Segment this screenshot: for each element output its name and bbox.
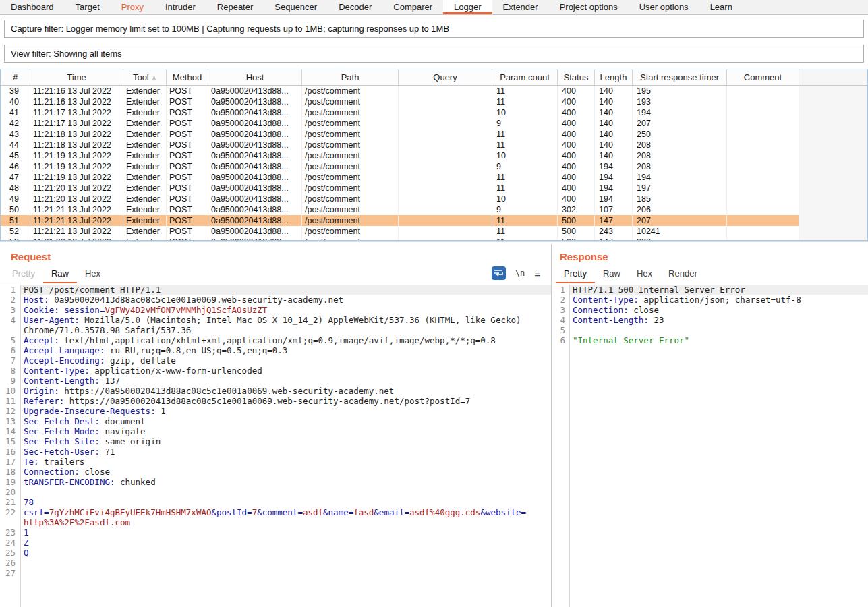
header-cell-time[interactable]: Time [30, 69, 123, 86]
header-cell-param-count[interactable]: Param count [492, 69, 558, 86]
table-row-39[interactable]: 3911:21:16 13 Jul 2022ExtenderPOST0a9500… [1, 86, 867, 96]
response-tab-render[interactable]: Render [660, 266, 705, 283]
editor-line: 18Connection: close [0, 467, 551, 477]
header-cell-tool[interactable]: Tool∧ [123, 69, 167, 86]
header-cell-comment[interactable]: Comment [727, 69, 799, 86]
editor-line: 3Cookie: session=VgFWy4D2vMfON7vMNMhjQ1S… [0, 305, 551, 315]
response-tab-hex[interactable]: Hex [629, 266, 660, 283]
syntax-token: "Internal Server Error" [573, 335, 689, 345]
table-row-49[interactable]: 4911:21:20 13 Jul 2022ExtenderPOST0a9500… [1, 194, 867, 204]
menu-tab-repeater[interactable]: Repeater [206, 0, 264, 14]
line-number: 9 [0, 376, 20, 386]
header-cell-start-response-timer[interactable]: Start response timer [633, 69, 727, 86]
cell: 10 [492, 107, 558, 118]
capture-filter-bar[interactable]: Capture filter: Logger memory limit set … [4, 20, 864, 38]
cell: 400 [558, 86, 595, 96]
menu-tab-target[interactable]: Target [65, 0, 111, 14]
table-row-41[interactable]: 4111:21:17 13 Jul 2022ExtenderPOST0a9500… [1, 107, 867, 118]
header-cell-num[interactable]: # [1, 69, 30, 86]
line-number: 25 [0, 548, 20, 558]
response-tab-pretty[interactable]: Pretty [556, 266, 595, 283]
menu-tab-sequencer[interactable]: Sequencer [264, 0, 328, 14]
table-row-40[interactable]: 4011:21:16 13 Jul 2022ExtenderPOST0a9500… [1, 96, 867, 107]
menu-tab-comparer[interactable]: Comparer [382, 0, 443, 14]
menu-tab-proxy[interactable]: Proxy [111, 0, 154, 14]
menu-tab-decoder[interactable]: Decoder [328, 0, 382, 14]
cell: 11 [492, 86, 558, 96]
menu-tab-intruder[interactable]: Intruder [154, 0, 206, 14]
cell: Extender [123, 215, 167, 226]
request-tab-hex[interactable]: Hex [77, 266, 109, 283]
syntax-token: 1 [24, 527, 29, 538]
cell: 43 [1, 129, 30, 140]
table-row-43[interactable]: 4311:21:18 13 Jul 2022ExtenderPOST0a9500… [1, 129, 867, 140]
table-row-42[interactable]: 4211:21:17 13 Jul 2022ExtenderPOST0a9500… [1, 118, 867, 129]
response-tab-raw[interactable]: Raw [595, 266, 629, 283]
cell: Extender [123, 107, 167, 118]
cell: 10 [492, 194, 558, 204]
table-row-50[interactable]: 5011:21:21 13 Jul 2022ExtenderPOST0a9500… [1, 204, 867, 215]
header-cell-host[interactable]: Host [208, 69, 302, 86]
menu-tab-dashboard[interactable]: Dashboard [0, 0, 65, 14]
request-editor[interactable]: 1POST /post/comment HTTP/1.12Host: 0a950… [0, 285, 551, 607]
line-number: 8 [0, 366, 20, 376]
line-number: 2 [0, 295, 20, 305]
table-row-44[interactable]: 4411:21:18 13 Jul 2022ExtenderPOST0a9500… [1, 140, 867, 150]
table-row-47[interactable]: 4711:21:19 13 Jul 2022ExtenderPOST0a9500… [1, 172, 867, 183]
cell: POST [167, 118, 208, 129]
table-row-45[interactable]: 4511:21:19 13 Jul 2022ExtenderPOST0a9500… [1, 150, 867, 161]
table-row-52[interactable]: 5211:21:21 13 Jul 2022ExtenderPOST0a9500… [1, 226, 867, 237]
cell: POST [167, 107, 208, 118]
menu-tab-project-options[interactable]: Project options [549, 0, 629, 14]
syntax-token: &postId= [211, 507, 252, 517]
table-row-53[interactable]: 5311:21:22 13 Jul 2022ExtenderPOST0a9500… [1, 237, 867, 241]
newline-characters-button[interactable]: \n [515, 268, 525, 278]
request-tab-raw[interactable]: Raw [43, 266, 77, 283]
editor-line: 5 [552, 325, 868, 335]
cell: 302 [558, 204, 595, 215]
table-row-46[interactable]: 4611:21:19 13 Jul 2022ExtenderPOST0a9500… [1, 161, 867, 172]
syntax-token: Upgrade-Insecure-Requests: [24, 406, 156, 416]
header-cell-method[interactable]: Method [167, 69, 208, 86]
cell: 197 [633, 183, 727, 194]
horizontal-splitter[interactable] [0, 241, 868, 242]
cell: 195 [633, 86, 727, 96]
menu-tab-learn[interactable]: Learn [699, 0, 743, 14]
cell: 11 [492, 172, 558, 183]
menu-tab-logger[interactable]: Logger [443, 0, 492, 14]
cell: 147 [595, 237, 633, 241]
cell: 140 [595, 107, 633, 118]
line-number: 11 [0, 396, 20, 406]
cell: 400 [558, 183, 595, 194]
syntax-token: Z [24, 538, 29, 548]
cell: POST [167, 226, 208, 237]
cell: Extender [123, 183, 167, 194]
cell: 0a9500020413d88... [208, 194, 302, 204]
editor-menu-button[interactable]: ≡ [534, 268, 540, 279]
header-cell-status[interactable]: Status [558, 69, 595, 86]
soft-wrap-button[interactable] [492, 266, 506, 280]
table-row-51[interactable]: 5111:21:21 13 Jul 2022ExtenderPOST0a9500… [1, 215, 867, 226]
cell: 194 [633, 107, 727, 118]
view-filter-bar[interactable]: View filter: Showing all items [4, 45, 864, 63]
syntax-token: Accept: [24, 335, 59, 345]
table-row-48[interactable]: 4811:21:20 13 Jul 2022ExtenderPOST0a9500… [1, 183, 867, 194]
cell: 11 [492, 226, 558, 237]
menu-tab-extender[interactable]: Extender [492, 0, 549, 14]
cell: /post/comment [302, 215, 399, 226]
header-cell-length[interactable]: Length [595, 69, 633, 86]
syntax-token: Cookie: [24, 305, 59, 315]
row-filler [799, 172, 867, 183]
header-cell-path[interactable]: Path [302, 69, 399, 86]
menu-tab-user-options[interactable]: User options [629, 0, 699, 14]
cell: 53 [1, 237, 30, 241]
cell [727, 140, 799, 150]
response-editor[interactable]: 1HTTP/1.1 500 Internal Server Error2Cont… [552, 285, 868, 607]
cell: POST [167, 150, 208, 161]
line-number: 23 [0, 527, 20, 538]
syntax-token: Content-Type: [24, 366, 90, 376]
cell: /post/comment [302, 226, 399, 237]
request-tab-pretty[interactable]: Pretty [4, 266, 43, 283]
header-cell-query[interactable]: Query [399, 69, 492, 86]
line-number: 6 [0, 345, 20, 355]
